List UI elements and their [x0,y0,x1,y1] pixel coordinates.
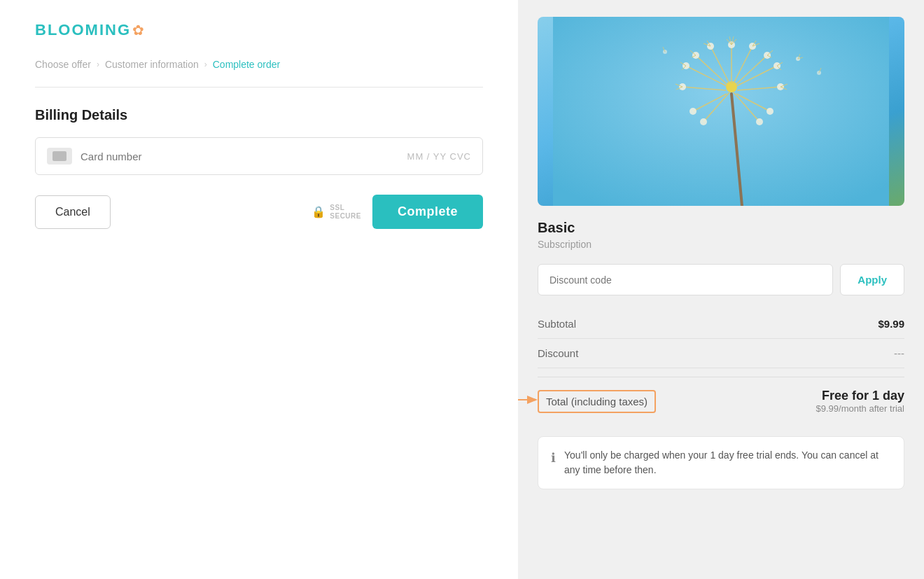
card-icon [47,148,72,165]
logo: BLOOMING ✿ [35,21,483,39]
discount-row: Apply [538,264,904,295]
card-meta: MM / YY CVC [407,151,471,162]
svg-point-40 [690,108,696,115]
info-icon: ℹ [551,449,556,468]
chevron-icon-2: › [204,60,207,69]
total-label-wrapper: Total (including taxes) [538,390,656,413]
discount-label: Discount [538,347,578,359]
subtotal-row: Subtotal $9.99 [538,309,904,339]
breadcrumb-choose-offer[interactable]: Choose offer [35,59,91,70]
product-image [538,17,904,206]
product-name: Basic [538,220,904,236]
discount-input[interactable] [538,264,833,295]
billing-title: Billing Details [35,107,483,123]
svg-point-36 [700,118,707,125]
svg-point-34 [756,118,763,125]
breadcrumb: Choose offer › Customer information › Co… [35,59,483,70]
apply-button[interactable]: Apply [840,264,904,295]
arrow-annotation [518,389,538,410]
notice-text: You'll only be charged when your 1 day f… [564,448,891,477]
subtotal-value: $9.99 [878,318,904,330]
actions-row: Cancel 🔒 SSLSECURE Complete [35,195,483,229]
total-section-wrapper: Total (including taxes) Free for 1 day $… [538,374,904,425]
ssl-badge: 🔒 SSLSECURE [312,204,361,221]
right-panel: Basic Subscription Apply Subtotal $9.99 … [518,0,924,579]
notice-box: ℹ You'll only be charged when your 1 day… [538,436,904,489]
discount-row-price: Discount --- [538,339,904,368]
ssl-text: SSLSECURE [330,204,361,221]
divider [35,87,483,88]
total-section: Total (including taxes) Free for 1 day $… [538,377,904,425]
lock-icon: 🔒 [312,205,326,218]
svg-rect-0 [553,17,889,206]
total-label: Total (including taxes) [538,390,656,413]
total-free: Free for 1 day [816,389,904,403]
logo-flower-icon: ✿ [132,22,144,39]
subtotal-label: Subtotal [538,318,576,330]
svg-marker-57 [527,396,538,404]
complete-button[interactable]: Complete [372,195,483,229]
card-icon-inner [52,151,66,161]
card-input-wrapper[interactable]: MM / YY CVC [35,137,483,175]
left-panel: BLOOMING ✿ Choose offer › Customer infor… [0,0,518,579]
svg-point-38 [766,108,774,115]
discount-value: --- [894,347,904,359]
product-type: Subscription [538,239,904,250]
breadcrumb-customer-info[interactable]: Customer information [105,59,199,70]
card-number-input[interactable] [80,151,407,162]
logo-text: BLOOMING [35,21,131,39]
cancel-button[interactable]: Cancel [35,195,111,229]
total-right: Free for 1 day $9.99/month after trial [816,389,904,414]
total-after: $9.99/month after trial [816,403,904,414]
breadcrumb-complete-order[interactable]: Complete order [213,59,281,70]
chevron-icon-1: › [97,60,99,69]
